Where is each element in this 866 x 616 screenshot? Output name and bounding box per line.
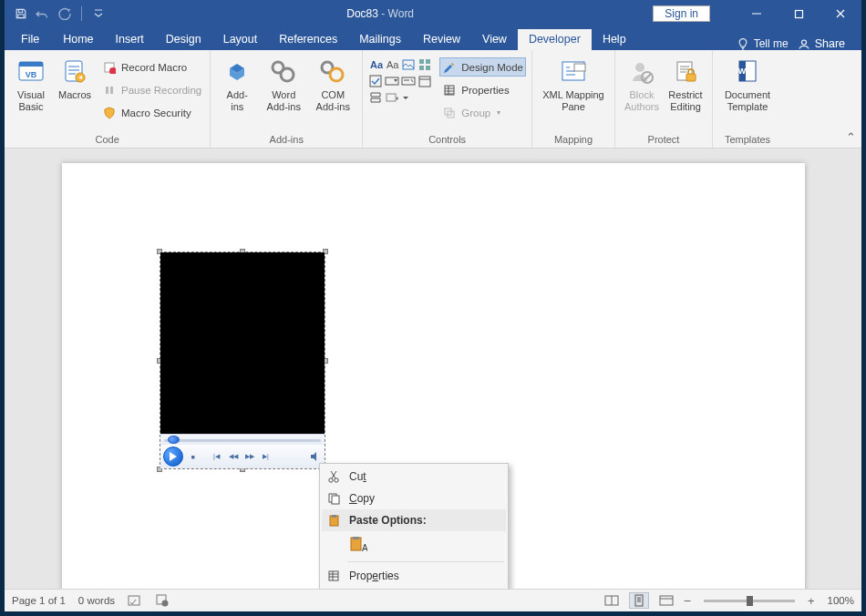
repeating-control-icon[interactable] — [368, 90, 383, 105]
wmp-forward-button[interactable]: ▶▶ — [243, 450, 256, 463]
ctx-view-code[interactable]: View Code — [322, 587, 506, 589]
record-macro-button[interactable]: Record Macro — [99, 57, 204, 77]
svg-rect-26 — [419, 77, 430, 87]
tab-view[interactable]: View — [471, 29, 518, 50]
group-templates: WDocument Template Templates — [713, 50, 782, 148]
maximize-button[interactable] — [778, 0, 820, 27]
ctx-cut-label: Cut — [349, 470, 366, 483]
rich-text-control-icon[interactable]: Aa — [368, 57, 383, 72]
svg-point-13 — [281, 68, 294, 81]
ctx-properties-label: Properties — [349, 570, 399, 582]
word-addins-button[interactable]: Word Add-ins — [260, 56, 307, 114]
group-templates-label: Templates — [718, 132, 777, 148]
tab-help[interactable]: Help — [592, 29, 637, 50]
redo-icon[interactable] — [56, 5, 74, 23]
com-addins-button[interactable]: COM Add-ins — [309, 56, 356, 114]
svg-rect-27 — [387, 94, 396, 101]
tab-review[interactable]: Review — [412, 29, 471, 50]
wmp-object[interactable]: ■ |◀ ◀◀ ▶▶ ▶| — [160, 252, 325, 468]
building-block-control-icon[interactable] — [418, 57, 432, 72]
group-protect-label: Protect — [621, 132, 706, 148]
ctx-copy[interactable]: Copy — [322, 488, 506, 509]
tab-references[interactable]: References — [268, 29, 348, 50]
tab-insert[interactable]: Insert — [105, 29, 155, 50]
wmp-next-button[interactable]: ▶| — [260, 450, 273, 463]
spell-check-icon[interactable] — [128, 593, 142, 608]
macro-record-status-icon[interactable] — [155, 593, 170, 608]
tell-me-search[interactable]: Tell me — [737, 37, 789, 50]
wmp-stop-button[interactable]: ■ — [187, 450, 200, 463]
tab-mailings[interactable]: Mailings — [348, 29, 412, 50]
sign-in-button[interactable]: Sign in — [653, 5, 710, 22]
zoom-in-button[interactable]: + — [808, 594, 815, 608]
plain-text-control-icon[interactable]: Aa — [385, 57, 399, 72]
wmp-prev-button[interactable]: |◀ — [211, 450, 223, 463]
svg-rect-52 — [129, 596, 139, 605]
date-control-icon[interactable] — [418, 74, 432, 88]
ctx-cut[interactable]: Cut — [322, 466, 506, 488]
collapse-ribbon-icon[interactable]: ⌃ — [846, 130, 856, 144]
zoom-level[interactable]: 100% — [828, 595, 854, 606]
print-layout-button[interactable] — [629, 592, 649, 609]
tab-home[interactable]: Home — [52, 29, 104, 50]
share-button[interactable]: Share — [798, 37, 845, 50]
svg-rect-32 — [574, 64, 585, 71]
svg-point-33 — [635, 63, 644, 72]
tab-developer[interactable]: Developer — [518, 29, 592, 50]
legacy-dropdown-icon[interactable] — [401, 90, 410, 105]
svg-rect-21 — [419, 66, 424, 70]
svg-point-41 — [335, 478, 338, 482]
ctx-properties[interactable]: Properties — [322, 565, 506, 587]
picture-control-icon[interactable] — [401, 57, 416, 72]
group-controls: Aa Aa — [363, 50, 532, 148]
macros-button[interactable]: Macros — [54, 56, 96, 103]
properties-button[interactable]: Properties — [439, 80, 526, 99]
restrict-editing-button[interactable]: Restrict Editing — [665, 56, 706, 114]
ribbon: VB Visual Basic Macros Record Macro Paus… — [5, 50, 861, 149]
addins-button[interactable]: Add- ins — [216, 56, 258, 114]
cut-icon — [325, 470, 342, 483]
legacy-tools-icon[interactable] — [385, 90, 399, 105]
design-mode-button[interactable]: Design Mode — [439, 57, 526, 77]
wmp-mute-button[interactable] — [309, 450, 322, 463]
close-button[interactable] — [820, 0, 861, 27]
document-template-button[interactable]: WDocument Template — [718, 56, 777, 114]
zoom-thumb[interactable] — [747, 596, 753, 606]
title-bar: Doc83 - Word Sign in — [5, 0, 861, 27]
tab-file[interactable]: File — [8, 29, 52, 50]
page-indicator[interactable]: Page 1 of 1 — [12, 595, 66, 606]
tab-layout[interactable]: Layout — [212, 29, 269, 50]
group-protect: Block Authors Restrict Editing Protect — [615, 50, 713, 148]
wmp-seekbar[interactable] — [160, 434, 325, 445]
qat-customize-icon[interactable] — [89, 5, 108, 23]
quick-access-toolbar — [5, 5, 108, 23]
combo-control-icon[interactable] — [385, 74, 399, 88]
paste-keep-source[interactable]: A — [347, 534, 369, 556]
zoom-out-button[interactable]: − — [684, 593, 691, 608]
wmp-play-button[interactable] — [163, 447, 183, 467]
undo-icon[interactable] — [34, 5, 52, 23]
save-icon[interactable] — [12, 5, 30, 23]
lightbulb-icon — [737, 37, 749, 50]
wmp-seek-thumb[interactable] — [168, 436, 180, 444]
checkbox-control-icon[interactable] — [368, 74, 383, 88]
web-layout-button[interactable] — [656, 592, 676, 609]
dropdown-control-icon[interactable] — [401, 74, 416, 88]
word-count[interactable]: 0 words — [78, 595, 115, 606]
visual-basic-button[interactable]: VB Visual Basic — [10, 56, 52, 114]
template-icon: W — [733, 57, 762, 87]
read-mode-button[interactable] — [602, 592, 622, 609]
svg-text:Aa: Aa — [387, 59, 399, 70]
wmp-rewind-button[interactable]: ◀◀ — [227, 450, 240, 463]
macro-security-button[interactable]: Macro Security — [99, 103, 204, 122]
minimize-button[interactable] — [736, 0, 778, 27]
svg-rect-43 — [332, 496, 339, 504]
xml-mapping-button[interactable]: XML Mapping Pane — [538, 56, 609, 114]
wmp-video-area — [160, 252, 325, 434]
tab-design[interactable]: Design — [155, 29, 212, 50]
document-name: Doc83 — [346, 7, 378, 20]
svg-rect-36 — [686, 74, 696, 81]
svg-text:A: A — [362, 543, 367, 553]
zoom-slider[interactable] — [704, 600, 795, 602]
document-area[interactable]: ■ |◀ ◀◀ ▶▶ ▶| Cut Copy — [5, 149, 861, 589]
